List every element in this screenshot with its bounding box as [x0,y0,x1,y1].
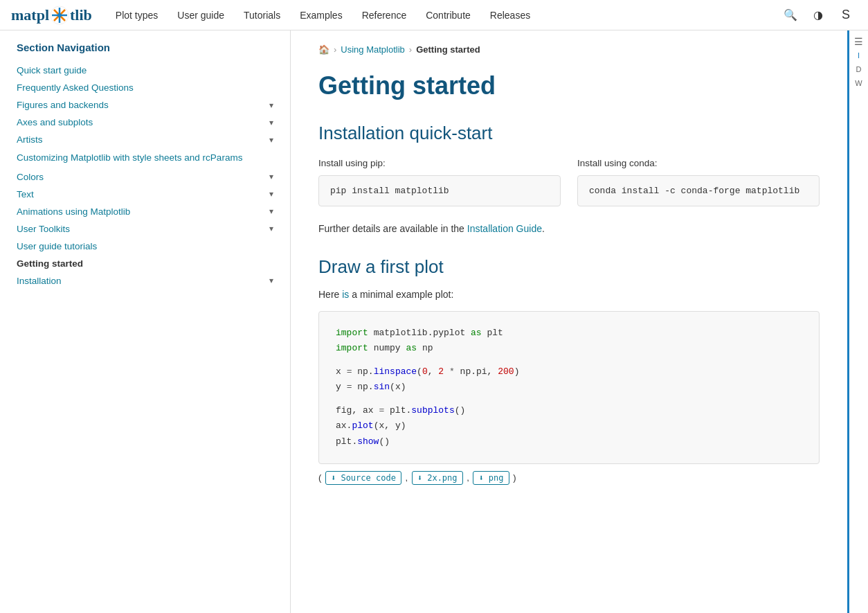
chevron-icon: ▾ [269,189,273,199]
sidebar-item-colors[interactable]: Colors ▾ [0,168,290,186]
toc-item-installation[interactable]: I [855,50,862,61]
download-2x-png[interactable]: ⬇ 2x.png [412,471,463,485]
breadcrumb-current: Getting started [416,44,480,55]
main-content: 🏠 › Using Matplotlib › Getting started G… [291,30,847,613]
conda-code-box[interactable]: conda install -c conda-forge matplotlib [577,175,820,206]
intro-link[interactable]: is [342,289,349,300]
sidebar-item-label: Figures and backends [17,100,109,110]
theme-icon: ◑ [813,8,823,21]
sidebar-item-label: Frequently Asked Questions [17,82,134,93]
sidebar-item-label: Artists [17,134,43,145]
sidebar-item-quick-start[interactable]: Quick start guide [0,62,290,79]
chevron-icon: ▾ [269,276,273,285]
toc-item-what[interactable]: W [852,78,865,89]
nav-user-guide[interactable]: User guide [168,0,234,30]
nav-plot-types[interactable]: Plot types [106,0,168,30]
chevron-icon: ▾ [269,206,273,216]
sidebar-item-getting-started[interactable]: Getting started [0,255,290,272]
sidebar-title: Section Navigation [0,42,290,62]
download-png[interactable]: ⬇ png [473,471,509,485]
sidebar-item-faq[interactable]: Frequently Asked Questions [0,79,290,96]
breadcrumb-using-matplotlib[interactable]: Using Matplotlib [341,44,405,55]
section-heading-first-plot: Draw a first plot [318,256,820,278]
sidebar-item-label: Installation [17,276,62,286]
page-layout: Section Navigation Quick start guide Fre… [0,30,868,613]
chevron-icon: ▾ [269,172,273,181]
logo-text: matpl [11,6,49,24]
download-links: ( ⬇ Source code , ⬇ 2x.png , ⬇ png ) [318,472,820,483]
install-conda-label: Install using conda: [577,158,820,168]
sidebar-item-label: Animations using Matplotlib [17,206,130,217]
chevron-icon: ▾ [269,224,273,233]
topnav-links: Plot types User guide Tutorials Examples… [106,0,779,30]
install-pip-col: Install using pip: pip install matplotli… [318,158,561,206]
sidebar-item-toolkits[interactable]: User Toolkits ▾ [0,220,290,238]
logo-icon [50,6,69,25]
toc-item-draw[interactable]: D [853,64,865,75]
theme-toggle-button[interactable]: ◑ [807,4,829,26]
search-button[interactable]: 🔍 [779,4,802,26]
sidebar-item-label: Axes and subplots [17,117,93,127]
breadcrumb-sep: › [334,44,336,55]
sidebar-item-customizing[interactable]: Customizing Matplotlib with style sheets… [0,148,290,168]
extra-icon: S [842,8,850,22]
install-grid: Install using pip: pip install matplotli… [318,158,820,206]
further-text-before: Further details are available in the [318,223,467,234]
further-text-after: . [542,223,545,234]
sidebar-item-installation[interactable]: Installation ▾ [0,272,290,290]
chevron-icon: ▾ [269,118,273,127]
section-heading-installation: Installation quick-start [318,123,820,144]
intro-text: Here is a minimal example plot: [318,289,820,300]
download-source-code[interactable]: ⬇ Source code [325,471,401,485]
further-details: Further details are available in the Ins… [318,223,820,234]
search-icon: 🔍 [784,8,797,21]
chevron-icon: ▾ [269,135,273,145]
install-pip-label: Install using pip: [318,158,561,168]
nav-reference[interactable]: Reference [352,0,417,30]
pip-code-box[interactable]: pip install matplotlib [318,175,561,206]
toc-icon[interactable]: ☰ [854,36,863,47]
topnav: matpl tlib Plot types User guide Tutoria… [0,0,868,30]
sidebar-item-text[interactable]: Text ▾ [0,186,290,203]
toc-panel: ☰ I D W [847,30,868,613]
topnav-icon-group: 🔍 ◑ S [779,4,857,26]
home-icon[interactable]: 🏠 [318,44,329,55]
sidebar-item-label: Customizing Matplotlib with style sheets… [17,152,242,165]
nav-examples[interactable]: Examples [290,0,352,30]
installation-guide-link[interactable]: Installation Guide [467,223,542,234]
code-block: import matplotlib.pyplot as plt import n… [318,311,820,464]
install-conda-col: Install using conda: conda install -c co… [577,158,820,206]
sidebar-item-animations[interactable]: Animations using Matplotlib ▾ [0,203,290,220]
intro-before: Here [318,289,342,300]
breadcrumb-sep: › [409,44,412,55]
extra-button[interactable]: S [835,4,857,26]
sidebar-item-label: User Toolkits [17,224,70,234]
sidebar-item-label: Quick start guide [17,65,87,75]
sidebar-item-figures[interactable]: Figures and backends ▾ [0,96,290,114]
nav-releases[interactable]: Releases [480,0,540,30]
nav-tutorials[interactable]: Tutorials [234,0,290,30]
sidebar-item-artists[interactable]: Artists ▾ [0,131,290,148]
intro-after: a minimal example plot: [349,289,453,300]
sidebar-item-axes[interactable]: Axes and subplots ▾ [0,114,290,131]
nav-contribute[interactable]: Contribute [416,0,480,30]
sidebar-item-label: Colors [17,172,44,182]
sidebar-item-tutorials[interactable]: User guide tutorials [0,238,290,255]
sidebar-item-label: Getting started [17,258,83,269]
sidebar: Section Navigation Quick start guide Fre… [0,30,291,613]
logo[interactable]: matpl tlib [11,6,92,25]
download-paren-open: ( [318,472,324,483]
page-title: Getting started [318,71,820,100]
chevron-icon: ▾ [269,100,273,110]
breadcrumb: 🏠 › Using Matplotlib › Getting started [318,44,820,55]
logo-text-right: tlib [70,6,92,24]
sidebar-item-label: Text [17,189,34,199]
sidebar-item-label: User guide tutorials [17,241,97,251]
svg-point-5 [57,13,62,17]
download-paren-close: ) [513,472,516,483]
